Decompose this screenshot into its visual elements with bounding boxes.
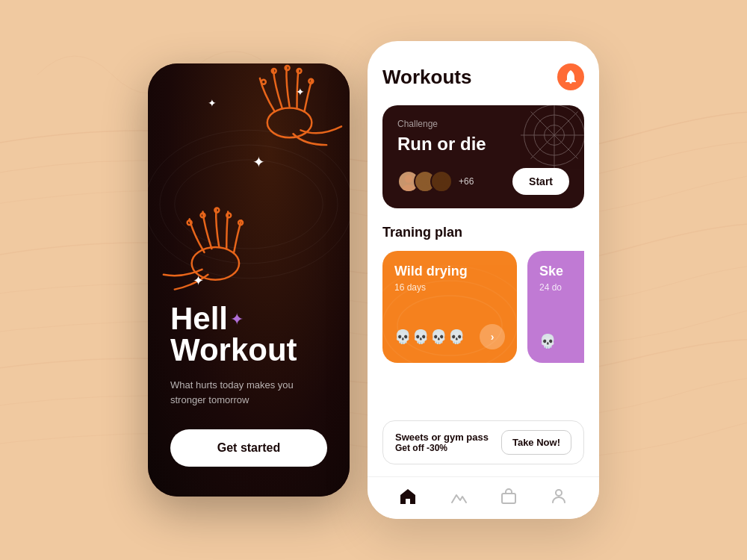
- sparkle-4: ✦: [193, 273, 204, 289]
- workouts-header: Workouts: [382, 63, 584, 90]
- svg-point-25: [421, 175, 429, 182]
- training-card-title-2: Ske: [539, 264, 584, 279]
- avatars-group: +66: [397, 170, 474, 193]
- svg-point-1: [261, 80, 266, 84]
- sparkle-2: ✦: [296, 86, 305, 98]
- svg-point-30: [382, 281, 517, 363]
- svg-point-26: [418, 184, 431, 193]
- training-section-title: Traning plan: [382, 225, 584, 240]
- nav-bag[interactable]: [500, 488, 518, 504]
- training-arrow-button-1[interactable]: ›: [480, 324, 505, 349]
- training-card-skeleton[interactable]: Ske 24 do 💀: [527, 251, 584, 363]
- svg-point-33: [556, 490, 562, 496]
- main-title: Hell Workout: [170, 303, 327, 366]
- phone-left-content: Hell Workout What hurts today makes you …: [170, 303, 327, 467]
- avatar-3: [430, 170, 453, 193]
- phone-left: ✦ ✦ ✦ ✦ ✦ Hell Workout What hurts today …: [148, 63, 350, 497]
- avatar-count: +66: [459, 176, 474, 187]
- sparkle-3: ✦: [252, 153, 265, 171]
- promo-title: Sweets or gym pass: [395, 432, 489, 443]
- nav-stats[interactable]: [449, 488, 467, 504]
- take-now-button[interactable]: Take Now!: [501, 430, 571, 455]
- svg-point-27: [438, 175, 445, 182]
- svg-rect-32: [502, 494, 515, 503]
- svg-point-15: [570, 81, 572, 84]
- svg-point-28: [435, 184, 447, 193]
- main-subtitle: What hurts today makes you stronger tomo…: [170, 378, 327, 407]
- skull-icons-2: 💀: [539, 333, 557, 349]
- svg-point-7: [187, 220, 192, 225]
- training-card-title-1: Wild drying: [394, 264, 505, 279]
- nav-profile[interactable]: [550, 488, 568, 504]
- svg-point-24: [402, 184, 415, 193]
- phone-right-inner: Workouts: [368, 41, 599, 420]
- start-button[interactable]: Start: [512, 168, 569, 195]
- promo-text-group: Sweets or gym pass Get off -30%: [395, 432, 489, 453]
- workouts-title: Workouts: [382, 66, 471, 89]
- svg-point-14: [148, 130, 350, 278]
- training-card-days-1: 16 days: [394, 282, 505, 293]
- phones-container: ✦ ✦ ✦ ✦ ✦ Hell Workout What hurts today …: [148, 41, 599, 519]
- promo-banner: Sweets or gym pass Get off -30% Take Now…: [382, 420, 584, 464]
- challenge-card: Challenge Run or die +66: [382, 105, 584, 208]
- phone-right: Workouts: [368, 41, 599, 519]
- training-card-days-2: 24 do: [539, 282, 584, 293]
- promo-section: Sweets or gym pass Get off -30% Take Now…: [368, 420, 599, 476]
- promo-discount: Get off -30%: [395, 443, 489, 453]
- bell-icon[interactable]: [557, 63, 584, 90]
- training-cards: Wild drying 16 days 💀💀💀💀 › Ske 24 do: [382, 251, 584, 363]
- svg-point-23: [405, 175, 412, 182]
- svg-point-12: [175, 160, 323, 249]
- sparkle-1: ✦: [208, 97, 217, 109]
- skull-icons-1: 💀💀💀💀: [394, 329, 466, 345]
- svg-point-10: [226, 213, 231, 217]
- bottom-nav: [368, 476, 599, 519]
- svg-point-13: [160, 145, 338, 264]
- get-started-button[interactable]: Get started: [170, 429, 327, 467]
- nav-home[interactable]: [399, 488, 417, 504]
- training-card-bottom-1: 💀💀💀💀 ›: [394, 324, 505, 349]
- training-card-bottom-2: 💀: [539, 333, 584, 349]
- challenge-bottom: +66 Start: [397, 168, 569, 195]
- training-card-wild-drying[interactable]: Wild drying 16 days 💀💀💀💀 ›: [382, 251, 517, 363]
- svg-point-0: [267, 108, 312, 138]
